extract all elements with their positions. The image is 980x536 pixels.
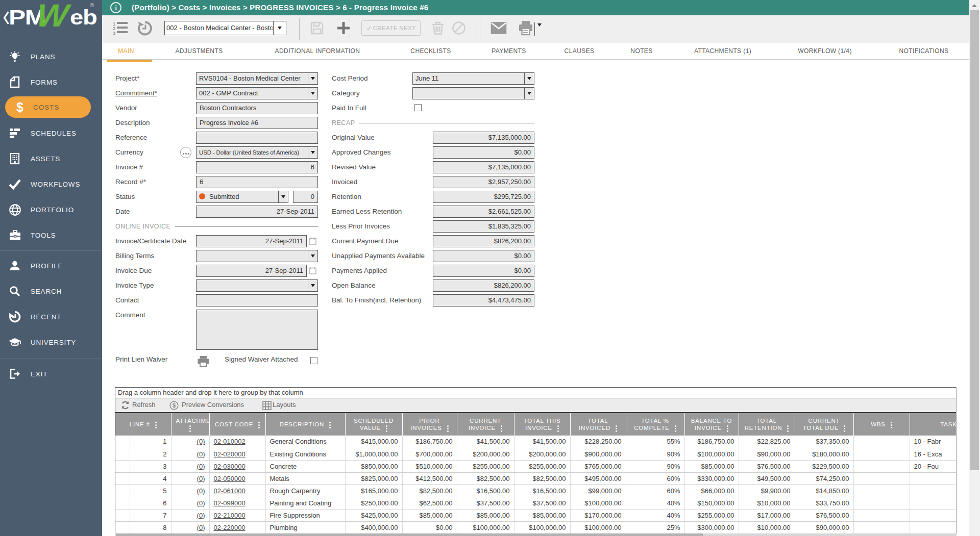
svg-text:3: 3 — [113, 31, 115, 35]
svg-text:$: $ — [173, 402, 176, 409]
